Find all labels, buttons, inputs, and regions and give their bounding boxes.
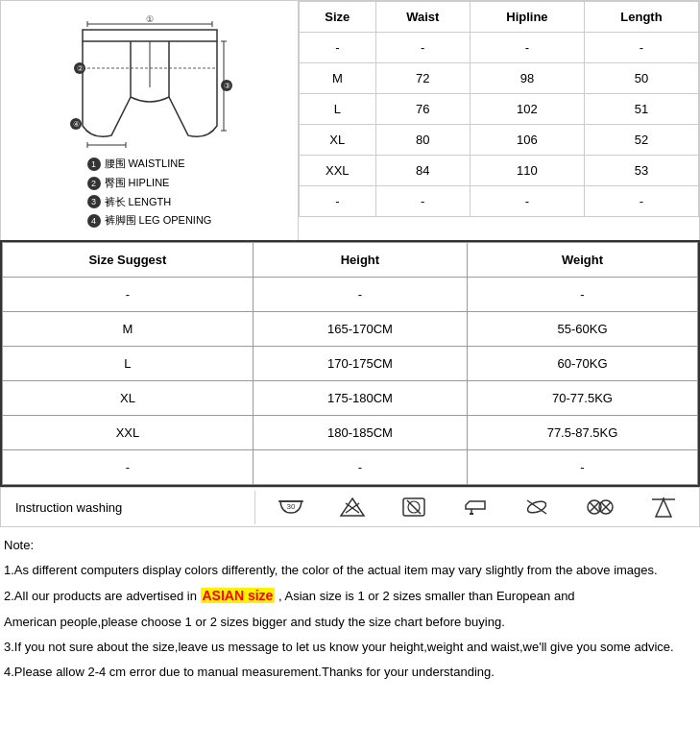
suggest-cell-4-2: 77.5-87.5KG: [468, 416, 698, 450]
legend-num-1: 1: [87, 157, 101, 171]
hang-dry-icon: [650, 496, 677, 519]
svg-marker-21: [341, 498, 364, 516]
size-cell-4-3: 53: [584, 156, 698, 186]
legend-num-3: 3: [87, 195, 101, 208]
legend-item-3: 3 裤长 LENGTH: [87, 193, 212, 212]
note-line1: 1.As different computers display colors …: [4, 560, 696, 581]
suggest-cell-4-0: XXL: [3, 416, 253, 450]
note-line2-post: , Asian size is 1 or 2 sizes smaller tha…: [275, 589, 574, 603]
size-table-row: XL8010652: [300, 125, 699, 156]
note-line4: 4.Please allow 2-4 cm error due to manua…: [4, 662, 696, 683]
legend-label-2: 臀围 HIPLINE: [105, 174, 170, 193]
suggest-height-header: Height: [253, 243, 467, 278]
size-cell-5-1: -: [375, 186, 470, 217]
size-table-row: M729850: [300, 63, 699, 94]
suggest-cell-5-2: -: [468, 450, 698, 485]
svg-rect-28: [470, 513, 473, 515]
legend-num-4: 4: [87, 214, 101, 228]
washing-icons: 30: [255, 488, 699, 526]
size-cell-3-0: XL: [300, 125, 376, 156]
suggest-weight-header: Weight: [468, 243, 698, 278]
svg-text:④: ④: [72, 120, 79, 129]
dry-clean-icon: [585, 496, 616, 519]
note-title: Note:: [4, 535, 696, 556]
waist-col-header: Waist: [375, 2, 470, 33]
note-line2b: American people,please choose 1 or 2 siz…: [4, 612, 696, 633]
size-col-header: Size: [300, 2, 376, 33]
notes-section: Note: 1.As different computers display c…: [0, 527, 700, 694]
legend-label-4: 裤脚围 LEG OPENING: [105, 211, 212, 230]
size-table-row: ----: [300, 33, 699, 63]
suggest-table-row: ---: [3, 450, 698, 485]
size-cell-2-0: L: [300, 94, 376, 125]
note-line3: 3.If you not sure about the size,leave u…: [4, 637, 696, 658]
size-table: Size Waist Hipline Length ----M729850L76…: [299, 1, 699, 217]
svg-marker-38: [656, 499, 671, 517]
legend-label-1: 腰围 WAISTLINE: [105, 155, 185, 174]
suggest-table-row: M165-170CM55-60KG: [3, 312, 698, 347]
top-section: ① ② ③ ④ 1 腰围 WAISTLINE 2 臀围: [0, 0, 700, 240]
suggest-table-row: L170-175CM60-70KG: [3, 347, 698, 381]
suggest-cell-3-2: 70-77.5KG: [468, 381, 698, 416]
size-cell-5-3: -: [584, 186, 698, 217]
no-bleach-icon: [339, 496, 366, 519]
size-cell-2-1: 76: [375, 94, 470, 125]
suggest-cell-1-0: M: [3, 312, 253, 347]
no-tumble-dry-icon: [400, 496, 427, 519]
suggest-cell-4-1: 180-185CM: [253, 416, 467, 450]
size-cell-3-2: 106: [470, 125, 584, 156]
suggest-cell-5-0: -: [3, 450, 253, 485]
suggest-cell-0-0: -: [3, 278, 253, 312]
size-table-row: ----: [300, 186, 699, 217]
legend-num-2: 2: [87, 177, 101, 190]
suggest-cell-1-1: 165-170CM: [253, 312, 467, 347]
size-cell-3-3: 52: [584, 125, 698, 156]
size-table-row: L7610251: [300, 94, 699, 125]
size-cell-0-1: -: [375, 33, 470, 63]
note-line2-pre: 2.All our products are advertised in: [4, 589, 201, 603]
note-line2: 2.All our products are advertised in ASI…: [4, 585, 696, 608]
suggest-size-header: Size Suggest: [3, 243, 253, 278]
suggest-table: Size Suggest Height Weight ---M165-170CM…: [2, 242, 698, 485]
size-cell-1-3: 50: [584, 63, 698, 94]
svg-text:②: ②: [76, 64, 83, 73]
svg-text:30: 30: [287, 502, 296, 511]
washing-label: Instruction washing: [1, 491, 255, 524]
no-wring-icon: [523, 496, 550, 519]
svg-text:①: ①: [146, 14, 154, 24]
size-cell-2-2: 102: [470, 94, 584, 125]
suggest-cell-2-1: 170-175CM: [253, 347, 467, 381]
size-cell-0-0: -: [300, 33, 376, 63]
iron-icon: [462, 496, 489, 519]
size-cell-1-1: 72: [375, 63, 470, 94]
asian-size-highlight: ASIAN size: [201, 588, 276, 603]
washing-section: Instruction washing 30: [0, 487, 700, 527]
suggest-cell-5-1: -: [253, 450, 467, 485]
suggest-cell-3-1: 175-180CM: [253, 381, 467, 416]
legend-item-2: 2 臀围 HIPLINE: [87, 174, 212, 193]
suggest-cell-2-0: L: [3, 347, 253, 381]
hipline-col-header: Hipline: [470, 2, 584, 33]
legend-area: 1 腰围 WAISTLINE 2 臀围 HIPLINE 3 裤长 LENGTH …: [87, 155, 212, 230]
size-cell-4-0: XXL: [300, 156, 376, 186]
size-cell-0-2: -: [470, 33, 584, 63]
suggest-table-row: XL175-180CM70-77.5KG: [3, 381, 698, 416]
svg-rect-0: [83, 30, 217, 41]
shorts-diagram: ① ② ③ ④: [59, 11, 241, 155]
svg-text:③: ③: [223, 82, 229, 90]
size-cell-4-2: 110: [470, 156, 584, 186]
size-cell-0-3: -: [584, 33, 698, 63]
suggest-cell-3-0: XL: [3, 381, 253, 416]
suggest-table-row: XXL180-185CM77.5-87.5KG: [3, 416, 698, 450]
legend-item-1: 1 腰围 WAISTLINE: [87, 155, 212, 174]
svg-line-26: [407, 500, 421, 514]
suggest-table-row: ---: [3, 278, 698, 312]
size-cell-3-1: 80: [375, 125, 470, 156]
size-cell-4-1: 84: [375, 156, 470, 186]
legend-label-3: 裤长 LENGTH: [105, 193, 172, 212]
suggest-cell-0-2: -: [468, 278, 698, 312]
size-cell-5-0: -: [300, 186, 376, 217]
suggest-section: Size Suggest Height Weight ---M165-170CM…: [0, 240, 700, 487]
length-col-header: Length: [584, 2, 698, 33]
wash-basin-icon: 30: [278, 496, 304, 519]
